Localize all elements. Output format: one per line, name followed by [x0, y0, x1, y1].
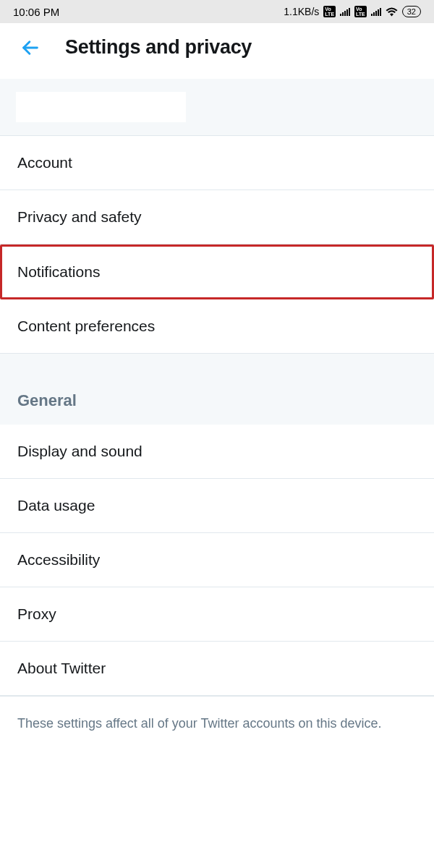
settings-item-about[interactable]: About Twitter [0, 642, 434, 696]
settings-item-data[interactable]: Data usage [0, 479, 434, 533]
user-section [0, 79, 434, 136]
settings-item-display[interactable]: Display and sound [0, 425, 434, 479]
status-right: 1.1KB/s VoLTE VoLTE 32 [284, 6, 421, 17]
volte-icon-1: VoLTE [323, 6, 336, 17]
status-time: 10:06 PM [13, 6, 59, 18]
settings-item-notifications[interactable]: Notifications [0, 244, 434, 299]
user-handle-placeholder [16, 92, 186, 122]
signal-icon-2 [371, 7, 381, 16]
back-arrow-icon[interactable] [20, 38, 41, 58]
settings-item-content[interactable]: Content preferences [0, 299, 434, 354]
battery-icon: 32 [402, 6, 421, 17]
settings-item-accessibility[interactable]: Accessibility [0, 533, 434, 587]
section-header-general: General [0, 354, 434, 425]
settings-item-account[interactable]: Account [0, 136, 434, 190]
status-speed: 1.1KB/s [284, 6, 319, 17]
signal-icon-1 [340, 7, 350, 16]
settings-item-privacy[interactable]: Privacy and safety [0, 190, 434, 244]
footer-note: These settings affect all of your Twitte… [0, 696, 434, 750]
page-title: Settings and privacy [65, 36, 252, 59]
volte-icon-2: VoLTE [354, 6, 367, 17]
settings-item-proxy[interactable]: Proxy [0, 587, 434, 642]
header: Settings and privacy [0, 23, 434, 79]
wifi-icon [386, 7, 398, 17]
status-bar: 10:06 PM 1.1KB/s VoLTE VoLTE 32 [0, 0, 434, 23]
